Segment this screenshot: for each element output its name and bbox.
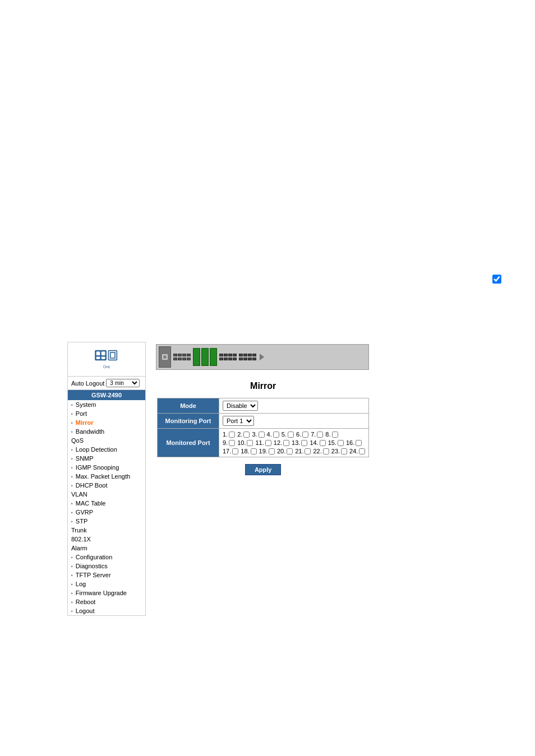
sidebar-item-tftp-server[interactable]: TFTP Server <box>68 571 145 579</box>
port-row-1: 1. 2. 3. <box>223 431 365 438</box>
logo-icon: One <box>93 347 121 372</box>
port-5-checkbox[interactable] <box>288 432 294 438</box>
sidebar-item-stp[interactable]: STP <box>68 517 145 526</box>
sidebar-item-log[interactable]: Log <box>68 579 145 588</box>
sidebar-item-alarm[interactable]: Alarm <box>68 544 145 553</box>
port-16-label: 16. <box>346 439 354 446</box>
port-11-label: 11. <box>255 439 264 446</box>
mirror-table: Mode Disable Enable Monitoring Port <box>157 398 369 457</box>
port-22-item: 22. <box>313 448 329 454</box>
port-12-checkbox[interactable] <box>283 440 289 446</box>
sidebar-item-802-1x[interactable]: 802.1X <box>68 535 145 544</box>
gsw-header-label: GSW-2490 <box>91 392 122 398</box>
port-3-checkbox[interactable] <box>259 432 265 438</box>
port-13-label: 13. <box>292 439 300 446</box>
port-23-item: 23. <box>331 448 347 454</box>
sidebar-item-diagnostics[interactable]: Diagnostics <box>68 562 145 571</box>
monitoring-port-select[interactable]: Port 1 Port 2 Port 3 Port 4 <box>223 416 254 426</box>
port-16-item: 16. <box>346 439 362 446</box>
main-layout: One Auto Logout 3 min 1 min 5 min 10 min… <box>67 342 369 616</box>
sidebar-item-bandwidth[interactable]: Bandwidth <box>68 427 145 436</box>
port-1-checkbox[interactable] <box>229 432 235 438</box>
mirror-section: Mirror Mode Disable Enable <box>157 381 369 475</box>
port-20-label: 20. <box>277 448 285 454</box>
mode-label: Mode <box>158 398 219 414</box>
sidebar-item-mirror[interactable]: Mirror <box>68 418 145 427</box>
port-14-checkbox[interactable] <box>320 440 326 446</box>
port-9-item: 9. <box>223 439 235 446</box>
sidebar-item-vlan[interactable]: VLAN <box>68 490 145 499</box>
port-19-item: 19. <box>259 448 275 454</box>
monitored-port-content: 1. 2. 3. <box>219 429 369 457</box>
page-wrapper: One Auto Logout 3 min 1 min 5 min 10 min… <box>0 0 535 756</box>
port-9-checkbox[interactable] <box>229 440 235 446</box>
sidebar-item-mac-table[interactable]: MAC Table <box>68 499 145 508</box>
port-10-checkbox[interactable] <box>247 440 253 446</box>
port-22-checkbox[interactable] <box>323 448 329 454</box>
sidebar-item-max-packet-length[interactable]: Max. Packet Length <box>68 472 145 481</box>
port-13-checkbox[interactable] <box>301 440 307 446</box>
sidebar-item-port[interactable]: Port <box>68 409 145 418</box>
svg-rect-3 <box>96 351 100 355</box>
port-23-checkbox[interactable] <box>341 448 347 454</box>
sidebar-item-snmp[interactable]: SNMP <box>68 454 145 463</box>
port-6-label: 6. <box>296 431 301 438</box>
port-21-item: 21. <box>295 448 311 454</box>
svg-rect-6 <box>102 357 105 359</box>
monitored-port-label: Monitored Port <box>158 429 219 457</box>
mode-content: Disable Enable <box>219 398 369 414</box>
port-2-checkbox[interactable] <box>243 432 250 438</box>
monitoring-port-content: Port 1 Port 2 Port 3 Port 4 <box>219 414 369 429</box>
port-8-checkbox[interactable] <box>332 432 338 438</box>
sidebar-item-firmware-upgrade[interactable]: Firmware Upgrade <box>68 588 145 597</box>
port-16-checkbox[interactable] <box>356 440 362 446</box>
port-18-checkbox[interactable] <box>251 448 257 454</box>
port-8-item: 8. <box>325 431 338 438</box>
port-24-checkbox[interactable] <box>359 448 365 454</box>
port-22-label: 22. <box>313 448 321 454</box>
port-3-label: 3. <box>252 431 257 438</box>
sidebar-item-reboot[interactable]: Reboot <box>68 597 145 606</box>
port-1-label: 1. <box>223 431 228 438</box>
port-10-label: 10. <box>237 439 246 446</box>
port-9-label: 9. <box>223 439 228 446</box>
port-18-label: 18. <box>241 448 249 454</box>
port-20-checkbox[interactable] <box>287 448 293 454</box>
port-14-item: 14. <box>310 439 325 446</box>
apply-button[interactable]: Apply <box>245 464 282 475</box>
port-21-checkbox[interactable] <box>305 448 311 454</box>
svg-text:One: One <box>103 365 110 369</box>
sidebar-item-system[interactable]: System <box>68 400 145 409</box>
sidebar-item-dhcp-boot[interactable]: DHCP Boot <box>68 481 145 490</box>
top-checkbox[interactable] <box>492 275 501 284</box>
auto-logout-select[interactable]: 3 min 1 min 5 min 10 min Disable <box>106 379 140 387</box>
port-17-checkbox[interactable] <box>232 448 238 454</box>
port-rows: 1. 2. 3. <box>223 431 365 454</box>
mode-select[interactable]: Disable Enable <box>223 401 258 411</box>
port-11-checkbox[interactable] <box>265 440 271 446</box>
port-7-item: 7. <box>311 431 323 438</box>
sidebar-item-qos[interactable]: QoS <box>68 436 145 445</box>
port-row-2: 9. 10. 11. <box>223 439 365 446</box>
sidebar-item-gvrp[interactable]: GVRP <box>68 508 145 517</box>
port-15-label: 15. <box>328 439 336 446</box>
port-6-checkbox[interactable] <box>302 432 308 438</box>
port-7-label: 7. <box>311 431 316 438</box>
content-area: Mirror Mode Disable Enable <box>157 342 369 616</box>
port-4-checkbox[interactable] <box>273 432 279 438</box>
sidebar-item-loop-detection[interactable]: Loop Detection <box>68 445 145 454</box>
port-3-item: 3. <box>252 431 264 438</box>
nav-list: System Port Mirror Bandwidth QoS Loop De… <box>68 400 145 615</box>
port-2-label: 2. <box>237 431 242 438</box>
sidebar-item-trunk[interactable]: Trunk <box>68 526 145 535</box>
port-7-checkbox[interactable] <box>317 432 323 438</box>
sidebar-item-igmp-snooping[interactable]: IGMP Snooping <box>68 463 145 472</box>
port-4-item: 4. <box>267 431 279 438</box>
sidebar: One Auto Logout 3 min 1 min 5 min 10 min… <box>67 342 146 616</box>
port-19-checkbox[interactable] <box>269 448 275 454</box>
sidebar-item-configuration[interactable]: Configuration <box>68 553 145 562</box>
port-5-label: 5. <box>282 431 287 438</box>
sidebar-item-logout[interactable]: Logout <box>68 606 145 615</box>
port-15-item: 15. <box>328 439 344 446</box>
port-15-checkbox[interactable] <box>338 440 344 446</box>
